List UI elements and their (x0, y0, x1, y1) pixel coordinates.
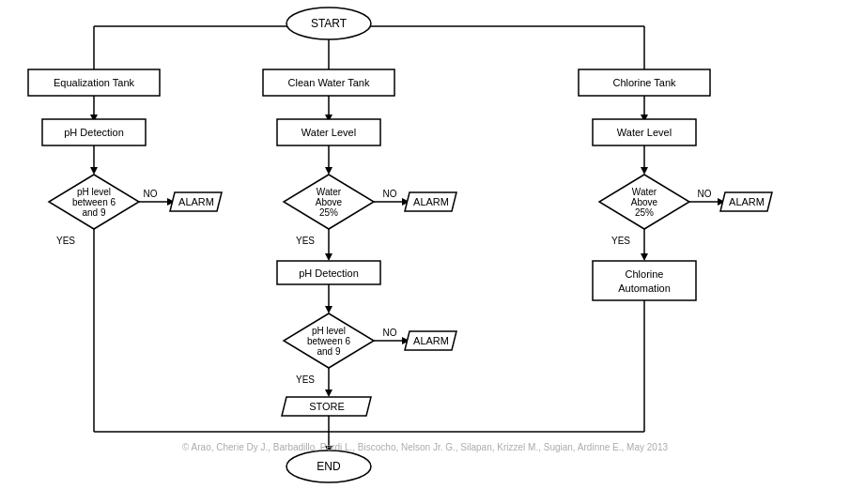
ph-diamond-1-line2: between 6 (72, 197, 116, 207)
ph-diamond-1-line1: pH level (77, 187, 111, 197)
water-diamond-1-yes: YES (296, 236, 315, 246)
ph-diamond-1-yes: YES (56, 236, 75, 246)
water-diamond-2-no: NO (698, 189, 712, 199)
ph-diamond-2-no: NO (383, 328, 397, 338)
ph-diamond-1-line3: and 9 (82, 207, 105, 218)
equalization-tank-label: Equalization Tank (54, 77, 135, 88)
chlorine-tank-label: Chlorine Tank (612, 77, 676, 88)
ph-detection-2-label: pH Detection (299, 267, 359, 279)
start-label: START (311, 17, 348, 30)
ph-diamond-1-no: NO (144, 189, 158, 199)
ph-diamond-2-yes: YES (296, 374, 315, 385)
ph-diamond-2-line3: and 9 (317, 346, 340, 357)
water-diamond-1-no: NO (383, 189, 397, 199)
water-level-1-label: Water Level (301, 127, 356, 138)
chlorine-automation-label: Chlorine (626, 268, 664, 280)
copyright-text: © Arao, Cherie Dy J., Barbadillo, Perdi … (0, 442, 850, 452)
alarm-1-label: ALARM (178, 196, 214, 207)
ph-diamond-2-line1: pH level (312, 326, 346, 336)
ph-diamond-2-line2: between 6 (307, 336, 351, 346)
water-diamond-1-line2: Above (316, 197, 343, 207)
end-label: END (317, 460, 341, 473)
ph-detection-1-label: pH Detection (64, 127, 124, 138)
water-diamond-2-line3: 25% (635, 207, 654, 218)
water-diamond-2-yes: YES (611, 236, 630, 246)
water-diamond-2-line2: Above (631, 197, 658, 207)
water-diamond-1-line3: 25% (319, 207, 338, 218)
alarm-4-label: ALARM (729, 196, 765, 207)
chlorine-automation-label2: Automation (618, 283, 671, 294)
water-diamond-1-line1: Water (317, 187, 342, 197)
alarm-3-label: ALARM (413, 335, 449, 346)
alarm-2-label: ALARM (413, 196, 449, 207)
water-level-2-label: Water Level (617, 127, 672, 138)
water-diamond-2-line1: Water (632, 187, 657, 197)
store-label: STORE (309, 401, 345, 412)
svg-rect-58 (593, 261, 696, 300)
clean-water-tank-label: Clean Water Tank (288, 77, 370, 88)
